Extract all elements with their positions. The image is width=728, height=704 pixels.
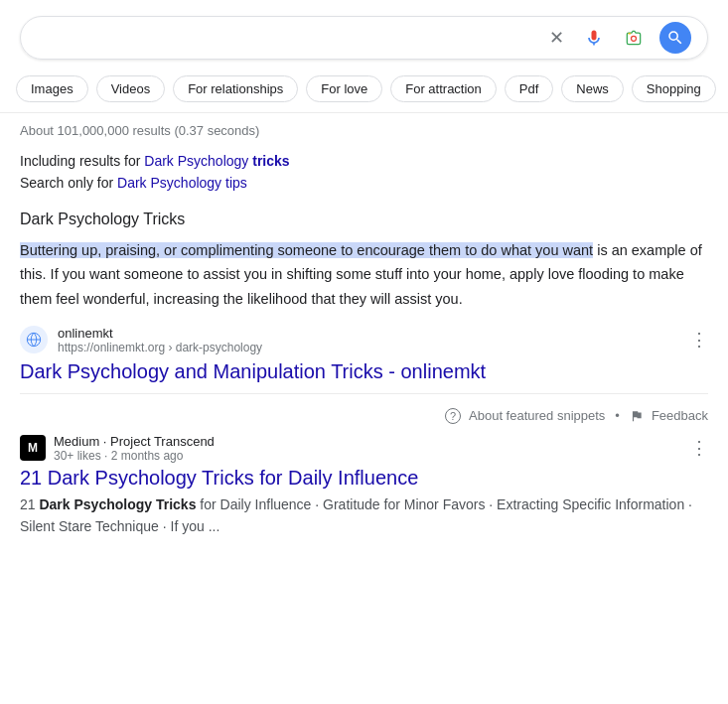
second-result-link[interactable]: 21 Dark Psychology Tricks for Daily Infl… [20, 467, 708, 490]
result-source-name: Medium · Project Transcend [54, 434, 682, 449]
search-only-link[interactable]: Dark Psychology tips [117, 175, 247, 191]
filter-bar: Images Videos For relationships For love… [0, 71, 728, 113]
second-result: M Medium · Project Transcend 30+ likes ·… [20, 434, 708, 538]
result-description: 21 Dark Psychology Tricks for Daily Infl… [20, 493, 708, 538]
source-info: onlinemkt https://onlinemkt.org › dark-p… [20, 326, 708, 354]
snippet-title: Dark Psychology Tricks [20, 211, 708, 228]
result-source-sub: 30+ likes · 2 months ago [54, 449, 682, 463]
including-results-text: Including results for Dark Psychology tr… [20, 150, 708, 172]
filter-chip-shopping[interactable]: Shopping [632, 75, 716, 102]
svg-point-0 [632, 36, 637, 41]
source-name: onlinemkt [58, 326, 680, 341]
dot-separator: • [615, 408, 620, 423]
result-meta: Medium · Project Transcend 30+ likes · 2… [54, 434, 682, 463]
about-snippets-link[interactable]: About featured snippets [469, 408, 605, 423]
filter-chip-news[interactable]: News [561, 75, 624, 102]
search-bar: Dark Psychology tips ✕ [20, 16, 708, 60]
results-count: About 101,000,000 results (0.37 seconds) [20, 113, 708, 150]
search-only-text: Search only for Dark Psychology tips [20, 172, 708, 194]
camera-icon [624, 28, 644, 48]
snippet-divider [20, 393, 708, 394]
search-input[interactable]: Dark Psychology tips [37, 29, 545, 47]
filter-chip-pdf[interactable]: Pdf [505, 75, 554, 102]
medium-favicon: M [20, 435, 46, 461]
source-more-button[interactable]: ⋮ [690, 331, 708, 349]
filter-chip-love[interactable]: For love [306, 75, 382, 102]
feedback-icon-wrapper [630, 409, 644, 423]
search-only-prefix: Search only for [20, 175, 117, 191]
search-bar-container: Dark Psychology tips ✕ [0, 0, 728, 71]
including-results: Including results for Dark Psychology tr… [20, 150, 708, 195]
mic-icon [584, 28, 604, 48]
flag-icon [630, 409, 644, 423]
result-more-button[interactable]: ⋮ [690, 439, 708, 457]
search-button[interactable] [659, 22, 691, 54]
clear-button[interactable]: ✕ [545, 23, 568, 53]
filter-chip-images[interactable]: Images [16, 75, 88, 102]
dark-psychology-link[interactable]: Dark Psychology [144, 153, 252, 169]
results-area: About 101,000,000 results (0.37 seconds)… [0, 113, 728, 537]
tricks-link[interactable]: tricks [252, 153, 289, 169]
snippet-text: Buttering up, praising, or complimenting… [20, 238, 708, 312]
including-prefix: Including results for [20, 153, 144, 169]
source-url: https://onlinemkt.org › dark-psychology [58, 341, 680, 354]
globe-icon [26, 332, 42, 348]
snippet-footer: ? About featured snippets • Feedback [20, 408, 708, 424]
highlighted-text: Buttering up, praising, or complimenting… [20, 242, 593, 258]
feedback-link[interactable]: Feedback [652, 408, 708, 423]
voice-search-button[interactable] [580, 24, 608, 52]
filter-chip-videos[interactable]: Videos [96, 75, 166, 102]
filter-chip-attraction[interactable]: For attraction [390, 75, 497, 102]
search-icons: ✕ [545, 22, 691, 54]
filter-chip-relationships[interactable]: For relationships [173, 75, 298, 102]
featured-result-link[interactable]: Dark Psychology and Manipulation Tricks … [20, 360, 708, 383]
result-source: M Medium · Project Transcend 30+ likes ·… [20, 434, 708, 463]
source-text: onlinemkt https://onlinemkt.org › dark-p… [58, 326, 680, 354]
image-search-button[interactable] [620, 24, 648, 52]
featured-snippet: Dark Psychology Tricks Buttering up, pra… [20, 211, 708, 424]
help-icon: ? [445, 408, 461, 424]
search-icon [666, 29, 684, 47]
source-favicon [20, 326, 48, 353]
